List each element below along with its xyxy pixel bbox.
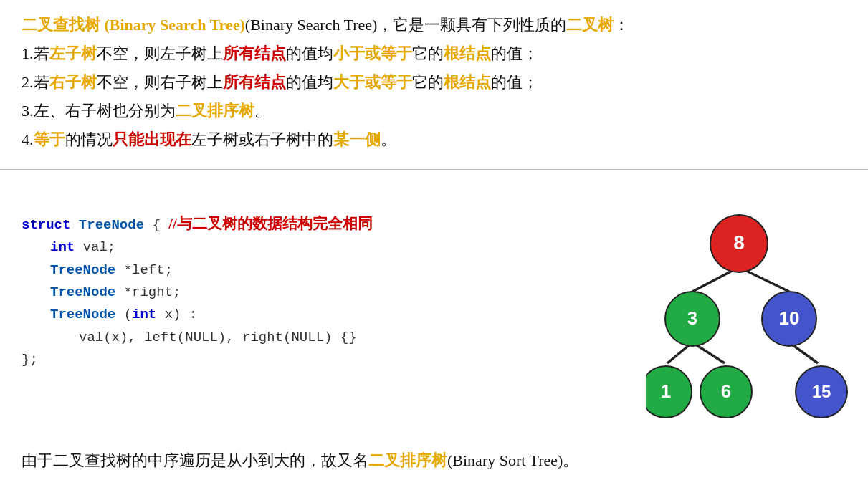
- closing-brace: };: [22, 352, 38, 368]
- main-content: 二叉查找树 (Binary Search Tree)(Binary Search…: [0, 0, 868, 163]
- node-6-label: 6: [721, 380, 731, 402]
- treenode-right-type: TreeNode: [50, 284, 115, 300]
- leq-label: 小于或等于: [333, 44, 412, 62]
- all-nodes-label2: 所有结点: [223, 73, 286, 91]
- one-side-label: 某一侧: [333, 130, 381, 148]
- rule4-line: 4.等于的情况只能出现在左子树或右子树中的某一侧。: [22, 128, 846, 152]
- separator: [0, 169, 868, 170]
- code-line-left: TreeNode *left;: [22, 259, 373, 282]
- left-ptr: *left;: [124, 262, 173, 278]
- code-line-int: int val;: [22, 236, 373, 259]
- int-keyword1: int: [50, 239, 75, 255]
- rule2-line: 2.若右子树不空，则右子树上所有结点的值均大于或等于它的根结点的值；: [22, 70, 846, 95]
- struct-keyword: struct: [22, 217, 70, 233]
- bottom-summary: 由于二叉查找树的中序遍历是从小到大的，故又名二叉排序树(Binary Sort …: [22, 450, 578, 471]
- code-block: struct TreeNode { //与二叉树的数据结构完全相同 int va…: [22, 211, 373, 371]
- node-3-label: 3: [687, 307, 697, 329]
- rule1-line: 1.若左子树不空，则左子树上所有结点的值均小于或等于它的根结点的值；: [22, 42, 846, 66]
- val-field: val;: [83, 239, 116, 255]
- treenode-name: TreeNode: [79, 217, 144, 233]
- bst-sort-name: 二叉排序树: [368, 451, 447, 469]
- treenode-constructor-name: TreeNode: [50, 307, 115, 322]
- code-line-constructor: TreeNode (int x) :: [22, 304, 373, 326]
- bst-sort-label: 二叉排序树: [176, 102, 254, 120]
- code-comment: //与二叉树的数据结构完全相同: [168, 215, 373, 232]
- root-node-label1: 根结点: [444, 44, 491, 62]
- right-subtree-label: 右子树: [49, 73, 97, 91]
- treenode-left-type: TreeNode: [50, 262, 115, 278]
- code-line-init: val(x), left(NULL), right(NULL) {}: [22, 327, 373, 349]
- geq-label: 大于或等于: [333, 73, 412, 91]
- code-line-right: TreeNode *right;: [22, 282, 373, 304]
- only-appear-label: 只能出现在: [113, 130, 191, 148]
- node-8-label: 8: [733, 231, 745, 254]
- title-line: 二叉查找树 (Binary Search Tree)(Binary Search…: [22, 13, 846, 37]
- all-nodes-label1: 所有结点: [223, 44, 286, 62]
- rule3-line: 3.左、右子树也分别为二叉排序树。: [22, 99, 846, 123]
- node-1-label: 1: [661, 380, 671, 402]
- int-keyword2: int: [132, 307, 156, 322]
- code-line-close: };: [22, 349, 373, 371]
- tree-svg: 8 3 10 1 6 15: [646, 204, 854, 433]
- bst-title-chinese: 二叉查找树 (Binary Search Tree): [22, 16, 245, 34]
- bottom-pre-text: 由于二叉查找树的中序遍历是从小到大的，故又名: [22, 451, 368, 469]
- eq-label: 等于: [34, 130, 65, 148]
- bst-tree-diagram: 8 3 10 1 6 15: [646, 204, 854, 438]
- binary-tree-word: 二叉树: [566, 16, 614, 34]
- node-15-label: 15: [812, 382, 831, 401]
- node-10-label: 10: [779, 307, 800, 329]
- right-ptr: *right;: [124, 284, 181, 300]
- intro-text: (Binary Search Tree)，它是一颗具有下列性质的: [245, 16, 567, 34]
- bottom-end-text: (Binary Sort Tree)。: [447, 451, 578, 469]
- left-subtree-label: 左子树: [49, 44, 97, 62]
- code-line-struct: struct TreeNode { //与二叉树的数据结构完全相同: [22, 211, 373, 236]
- root-node-label2: 根结点: [444, 73, 491, 91]
- init-list: val(x), left(NULL), right(NULL) {}: [79, 330, 357, 345]
